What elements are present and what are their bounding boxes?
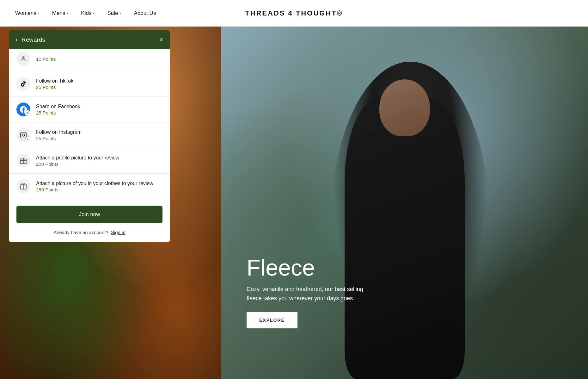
share-badge-icon [25,110,30,116]
hero-title: Fleece [247,256,373,279]
rewards-header-left: ‹ Rewards [16,36,45,43]
hero-content: Fleece Cozy, versatile and heathered, ou… [247,256,373,328]
sign-in-row: Already have an account? Sign in [9,230,170,242]
svg-point-0 [22,56,25,59]
chevron-down-icon: ▾ [38,11,40,15]
nav-label-womens: Womens [15,10,36,16]
brand-logo[interactable]: THREADS 4 THOUGHT® [245,9,343,17]
rewards-back-button[interactable]: ‹ [16,36,18,43]
nav-label-about: About Us [134,10,156,16]
left-panel: ‹ Rewards × 10 Poi [0,27,221,379]
gift-icon-2 [16,179,30,193]
nav-item-kids[interactable]: Kids ▾ [81,10,95,16]
reward-text-instagram: Follow on Instagram 25 Points [36,129,82,141]
rewards-close-button[interactable]: × [159,36,163,43]
partial-icon [16,52,30,66]
reward-text-clothes-pic: Attach a picture of you in your clothes … [36,181,153,192]
main-container: ‹ Rewards × 10 Poi [0,27,588,379]
nav-item-mens[interactable]: Mens ▾ [52,10,69,16]
svg-point-2 [22,134,24,136]
explore-button[interactable]: EXPLORE [247,312,297,328]
chevron-down-icon: ▾ [67,11,68,15]
partial-points: 10 Points [36,56,56,62]
reward-points-profile-pic: 200 Points [36,161,119,167]
svg-point-3 [25,133,25,134]
nav-label-sale: Sale [107,10,118,16]
reward-text-facebook: Share on Facebook 25 Points [36,104,80,115]
rewards-title: Rewards [21,36,45,43]
reward-points-tiktok: 25 Points [36,84,73,90]
reward-item-clothes-pic[interactable]: Attach a picture of you in your clothes … [9,174,170,199]
reward-item-instagram[interactable]: + Follow on Instagram 25 Points [9,122,170,148]
reward-text-partial: 10 Points [36,56,56,62]
svg-rect-1 [21,132,26,138]
gift-icon-1 [16,154,30,168]
nav-item-womens[interactable]: Womens ▾ [15,10,40,16]
reward-item-profile-pic[interactable]: Attach a profile picture to your review … [9,148,170,174]
nav-item-about[interactable]: About Us [134,10,156,16]
reward-points-facebook: 25 Points [36,110,80,115]
follow-icon [20,55,27,63]
reward-name-tiktok: Follow on TikTok [36,78,73,84]
reward-name-instagram: Follow on Instagram [36,129,82,135]
reward-item-tiktok[interactable]: Follow on TikTok 25 Points [9,71,170,97]
rewards-panel: ‹ Rewards × 10 Poi [9,30,170,242]
nav-left: Womens ▾ Mens ▾ Kids ▾ Sale ▾ About Us [15,10,156,16]
instagram-icon: + [16,128,30,142]
chevron-down-icon: ▾ [119,11,121,15]
hero-panel: Fleece Cozy, versatile and heathered, ou… [221,27,588,379]
nav-label-mens: Mens [52,10,65,16]
facebook-share-icon [16,103,30,116]
reward-name-profile-pic: Attach a profile picture to your review [36,155,119,161]
nav-label-kids: Kids [81,10,91,16]
reward-item-facebook[interactable]: Share on Facebook 25 Points [9,97,170,122]
rewards-header: ‹ Rewards × [9,30,170,49]
reward-points-instagram: 25 Points [36,136,82,141]
chevron-down-icon: ▾ [93,11,95,15]
sign-in-link[interactable]: Sign in [111,230,126,235]
navbar: Womens ▾ Mens ▾ Kids ▾ Sale ▾ About Us T… [0,0,588,27]
reward-text-tiktok: Follow on TikTok 25 Points [36,78,73,90]
hero-description: Cozy, versatile and heathered, our best … [247,285,373,303]
reward-name-clothes-pic: Attach a picture of you in your clothes … [36,181,153,186]
reward-points-clothes-pic: 250 Points [36,187,153,192]
nav-item-sale[interactable]: Sale ▾ [107,10,121,16]
reward-name-facebook: Share on Facebook [36,104,80,109]
join-now-button[interactable]: Join now [16,206,162,223]
reward-item-partial[interactable]: 10 Points [9,49,170,71]
instagram-plus-icon: + [25,136,30,141]
reward-text-profile-pic: Attach a profile picture to your review … [36,155,119,167]
tiktok-icon [16,77,30,91]
rewards-content: 10 Points Follow on TikTok 25 Points [9,49,170,242]
sign-in-text: Already have an account? [53,230,108,235]
